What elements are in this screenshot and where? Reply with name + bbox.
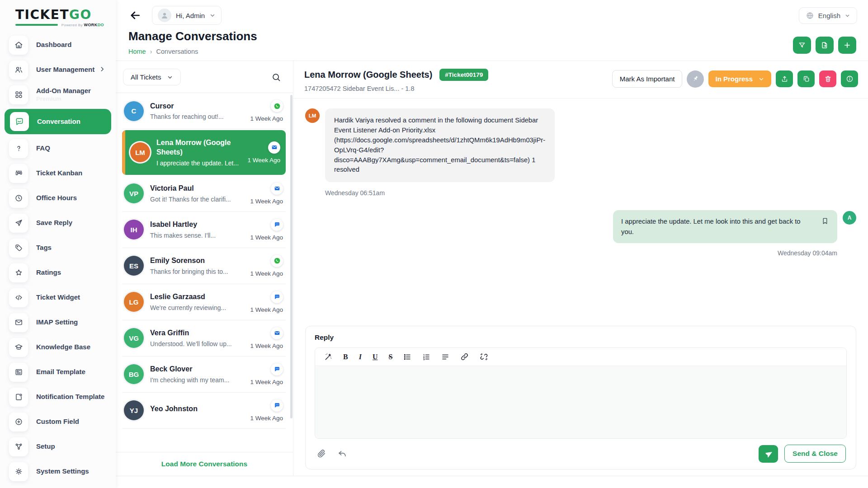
- conversation-name: Vera Griffin: [150, 328, 244, 338]
- graduation-cap-icon: [9, 338, 28, 357]
- mark-important-button[interactable]: Mark As Important: [612, 70, 683, 88]
- chevron-down-icon: [209, 12, 216, 19]
- tag-icon: [9, 239, 28, 258]
- strikethrough-button[interactable]: S: [388, 353, 392, 361]
- sidebar-item-ticket-kanban[interactable]: Ticket Kanban: [0, 161, 116, 186]
- search-button[interactable]: [269, 70, 283, 84]
- sidebar-item-faq[interactable]: FAQ: [0, 136, 116, 161]
- sidebar-item-imap-setting[interactable]: IMAP Setting: [0, 310, 116, 335]
- conversation-name: Isabel Hartley: [150, 220, 244, 230]
- sidebar-item-label: Dashboard: [36, 41, 71, 49]
- conversation-row-vera-griffin[interactable]: VG Vera Griffin Understood. We'll follow…: [122, 320, 286, 357]
- bold-button[interactable]: B: [343, 353, 348, 361]
- conversation-row-lena-morrow[interactable]: LM Lena Morrow (Google Sheets) I appreci…: [122, 130, 286, 175]
- email-icon: [268, 141, 280, 154]
- copy-icon: [802, 75, 810, 83]
- language-selector[interactable]: English: [799, 7, 857, 24]
- search-icon: [271, 72, 281, 82]
- clock-icon: [9, 189, 28, 208]
- sidebar-item-user-management[interactable]: User Management: [0, 57, 116, 82]
- users-icon: [9, 61, 28, 80]
- ticket-badge: #Ticket00179: [439, 69, 488, 81]
- chat-body: LM Hardik Variya resolved a comment in t…: [293, 98, 868, 476]
- attach-file-button[interactable]: [316, 448, 327, 460]
- load-more-button[interactable]: Load More Conversations: [116, 452, 293, 476]
- sidebar-item-save-reply[interactable]: Save Reply: [0, 211, 116, 235]
- chat-channel-icon: [271, 399, 283, 412]
- add-button[interactable]: [838, 37, 856, 54]
- conversation-row-cursor[interactable]: C Cursor Thanks for reaching out!... 1 W…: [122, 93, 286, 129]
- magic-wand-icon[interactable]: [324, 353, 332, 361]
- conversation-row-isabel-hartley[interactable]: IH Isabel Hartley This makes sense. I'll…: [122, 212, 286, 248]
- list-scrollbar[interactable]: [290, 95, 292, 418]
- sidebar-item-knowledge-base[interactable]: Knowledge Base: [0, 335, 116, 360]
- bookmark-icon[interactable]: [821, 217, 829, 225]
- align-icon[interactable]: [441, 353, 449, 361]
- breadcrumb-home[interactable]: Home: [128, 48, 146, 55]
- avatar: YJ: [124, 400, 144, 420]
- logo-subline: Powered By WORKDO: [15, 23, 104, 27]
- export-conversation-button[interactable]: [776, 70, 793, 87]
- sidebar-item-system-settings[interactable]: System Settings: [0, 459, 116, 484]
- home-icon: [9, 36, 28, 55]
- outgoing-message: I appreciate the update. Let me look int…: [305, 210, 856, 243]
- conversation-row-yeo-johnston[interactable]: YJ Yeo Johnston 1 Week Ago: [122, 393, 286, 429]
- info-button[interactable]: [841, 70, 858, 87]
- ordered-list-icon[interactable]: [422, 353, 430, 361]
- incoming-timestamp: Wednesday 06:51am: [325, 189, 856, 197]
- filter-button[interactable]: [793, 37, 811, 54]
- italic-button[interactable]: I: [359, 353, 362, 361]
- user-menu-button[interactable]: Hi, Admin: [152, 6, 222, 25]
- conversation-time: 1 Week Ago: [250, 115, 283, 122]
- unlink-icon[interactable]: [480, 352, 488, 361]
- status-dropdown[interactable]: In Progress: [708, 70, 771, 87]
- send-and-close-button[interactable]: Send & Close: [784, 445, 846, 463]
- chat-actions: Mark As Important In Progress: [612, 70, 858, 88]
- underline-button[interactable]: U: [373, 353, 378, 361]
- incoming-message: LM Hardik Variya resolved a comment in t…: [305, 108, 856, 182]
- sidebar-item-office-hours[interactable]: Office Hours: [0, 186, 116, 211]
- chat-panel: Lena Morrow (Google Sheets) #Ticket00179…: [293, 61, 868, 476]
- sidebar-item-label: IMAP Setting: [36, 318, 78, 327]
- plus-icon: [843, 41, 851, 49]
- link-icon[interactable]: [460, 352, 469, 361]
- sidebar-item-addon-manager[interactable]: Add-On ManagerPremium: [0, 82, 116, 107]
- sidebar-item-tags[interactable]: Tags: [0, 235, 116, 260]
- conversation-row-victoria-paul[interactable]: VP Victoria Paul Got it! Thanks for the …: [122, 176, 286, 212]
- sidebar-item-email-template[interactable]: Email Template: [0, 360, 116, 385]
- chat-bubble-icon: [10, 112, 29, 131]
- sidebar-item-label: FAQ: [36, 144, 50, 153]
- ticket-filter-dropdown[interactable]: All Tickets: [123, 69, 181, 85]
- reply-text-input[interactable]: [315, 366, 846, 438]
- sidebar-item-conversation[interactable]: Conversation: [5, 109, 111, 134]
- send-button[interactable]: [759, 445, 778, 463]
- sidebar-item-dashboard[interactable]: Dashboard: [0, 33, 116, 57]
- chat-subtitle: 1747205472 Sidebar Event Lis... - 1.8: [304, 85, 488, 92]
- chevron-down-icon: [844, 13, 850, 19]
- sidebar-item-setup[interactable]: Setup: [0, 434, 116, 459]
- conversation-row-emily-sorenson[interactable]: ES Emily Sorenson Thanks for bringing th…: [122, 248, 286, 284]
- pin-button[interactable]: [687, 70, 704, 88]
- conversation-row-leslie-garzaasd[interactable]: LG Leslie Garzaasd We're currently revie…: [122, 284, 286, 320]
- quote-reply-button[interactable]: [336, 448, 348, 460]
- delete-button[interactable]: [819, 70, 836, 87]
- back-button[interactable]: [127, 8, 143, 23]
- chevron-down-icon: [167, 74, 173, 80]
- sidebar-item-custom-field[interactable]: Custom Field: [0, 409, 116, 434]
- sidebar-item-label: Email Template: [36, 368, 85, 376]
- status-label: In Progress: [715, 75, 753, 83]
- code-icon: [9, 288, 28, 307]
- sidebar-item-ticket-widget[interactable]: Ticket Widget: [0, 285, 116, 310]
- user-avatar: [158, 9, 171, 22]
- template-icon: [9, 363, 28, 382]
- paperclip-icon: [316, 449, 326, 459]
- sidebar-item-ratings[interactable]: Ratings: [0, 260, 116, 285]
- sidebar-item-notification-template[interactable]: Notification Template: [0, 385, 116, 409]
- logo-ticket: TICKET: [15, 7, 69, 22]
- copy-button[interactable]: [797, 70, 815, 87]
- conversation-preview: I'm checking with my team...: [150, 376, 244, 384]
- export-button[interactable]: [816, 37, 834, 54]
- conversation-row-beck-glover[interactable]: BG Beck Glover I'm checking with my team…: [122, 357, 286, 393]
- conversation-list-panel: All Tickets C Cursor Thanks for reaching…: [116, 61, 293, 476]
- bullet-list-icon[interactable]: [403, 353, 411, 361]
